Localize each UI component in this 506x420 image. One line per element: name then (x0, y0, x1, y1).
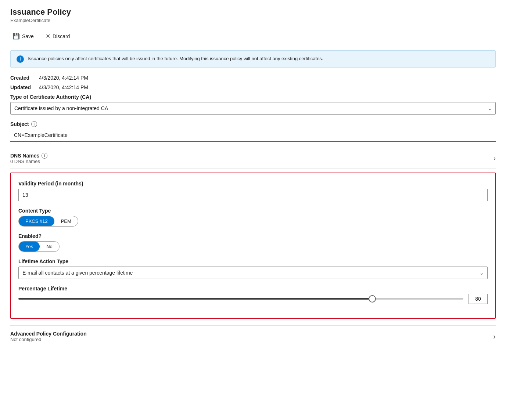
validity-group: Validity Period (in months) (18, 181, 488, 201)
dns-left: DNS Names i 0 DNS names (10, 153, 47, 164)
enabled-toggle: Yes No (18, 241, 60, 252)
ca-type-select-wrapper: Certificate issued by a non-integrated C… (10, 102, 496, 115)
enabled-group: Enabled? Yes No (18, 233, 488, 252)
created-label: Created (10, 75, 36, 81)
enabled-label: Enabled? (18, 233, 488, 239)
validity-input[interactable] (18, 189, 488, 201)
dns-count: 0 DNS names (10, 159, 47, 164)
lifetime-action-select[interactable]: E-mail all contacts at a given percentag… (18, 267, 488, 279)
created-row: Created 4/3/2020, 4:42:14 PM (10, 75, 496, 81)
content-type-group: Content Type PKCS #12 PEM (18, 208, 488, 227)
ca-type-label: Type of Certificate Authority (CA) (10, 94, 496, 100)
advanced-chevron-right-icon: › (493, 332, 496, 341)
slider-row: 80 (18, 294, 488, 304)
validity-label: Validity Period (in months) (18, 181, 488, 187)
subject-input[interactable] (10, 129, 496, 142)
highlighted-section: Validity Period (in months) Content Type… (10, 173, 496, 319)
advanced-left: Advanced Policy Configuration Not config… (10, 331, 87, 342)
subject-info-icon[interactable]: i (31, 121, 37, 127)
save-button[interactable]: 💾 Save (10, 31, 36, 41)
discard-button[interactable]: ✕ Discard (43, 31, 72, 41)
pem-toggle-option[interactable]: PEM (54, 216, 78, 226)
toolbar: 💾 Save ✕ Discard (10, 28, 496, 45)
dns-chevron-right-icon: › (494, 155, 496, 162)
ca-type-select[interactable]: Certificate issued by a non-integrated C… (10, 102, 496, 115)
updated-row: Updated 4/3/2020, 4:42:14 PM (10, 84, 496, 90)
lifetime-action-select-wrapper: E-mail all contacts at a given percentag… (18, 267, 488, 279)
percentage-slider[interactable] (18, 298, 463, 300)
created-value: 4/3/2020, 4:42:14 PM (39, 75, 88, 81)
advanced-label: Advanced Policy Configuration (10, 331, 87, 337)
percentage-lifetime-group: Percentage Lifetime 80 (18, 286, 488, 304)
subject-group: Subject i (10, 121, 496, 142)
save-icon: 💾 (12, 33, 20, 40)
lifetime-action-group: Lifetime Action Type E-mail all contacts… (18, 258, 488, 279)
no-toggle-option[interactable]: No (40, 242, 59, 251)
content-type-toggle: PKCS #12 PEM (18, 216, 78, 227)
updated-value: 4/3/2020, 4:42:14 PM (39, 84, 88, 90)
dns-info-icon[interactable]: i (42, 153, 47, 159)
info-banner-text: Issuance policies only affect certificat… (28, 55, 323, 62)
subject-label: Subject i (10, 121, 496, 127)
pkcs12-toggle-option[interactable]: PKCS #12 (19, 216, 54, 226)
slider-value-box: 80 (469, 294, 488, 304)
yes-toggle-option[interactable]: Yes (19, 242, 40, 251)
page-title: Issuance Policy (10, 7, 496, 17)
dns-label: DNS Names i (10, 153, 47, 159)
dns-row[interactable]: DNS Names i 0 DNS names › (10, 148, 496, 169)
content-type-label: Content Type (18, 208, 488, 214)
discard-label: Discard (53, 33, 70, 39)
advanced-value: Not configured (10, 337, 87, 342)
info-icon: i (17, 55, 24, 63)
updated-label: Updated (10, 84, 36, 90)
advanced-policy-row[interactable]: Advanced Policy Configuration Not config… (10, 325, 496, 347)
discard-icon: ✕ (46, 33, 50, 40)
ca-type-group: Type of Certificate Authority (CA) Certi… (10, 94, 496, 115)
percentage-lifetime-label: Percentage Lifetime (18, 286, 488, 292)
save-label: Save (22, 33, 34, 39)
info-banner: i Issuance policies only affect certific… (10, 50, 496, 68)
lifetime-action-label: Lifetime Action Type (18, 258, 488, 264)
page-title-section: Issuance Policy ExampleCertificate (10, 7, 496, 23)
page-subtitle: ExampleCertificate (10, 18, 496, 23)
